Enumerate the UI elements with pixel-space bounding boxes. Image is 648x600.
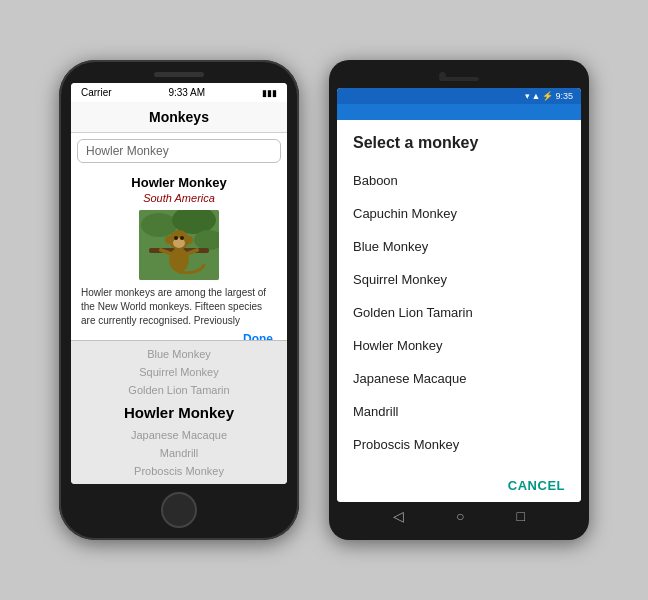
back-icon[interactable]: ◁ bbox=[393, 508, 404, 524]
android-status-bar: ▾ ▲ ⚡ 9:35 bbox=[337, 88, 581, 104]
dialog-list: BaboonCapuchin MonkeyBlue MonkeySquirrel… bbox=[353, 164, 565, 468]
iphone-time: 9:33 AM bbox=[168, 87, 205, 98]
picker-item[interactable]: Golden Lion Tamarin bbox=[71, 381, 287, 399]
svg-point-8 bbox=[174, 236, 178, 240]
android-top-area bbox=[337, 70, 581, 88]
list-item[interactable]: Blue Monkey bbox=[353, 230, 565, 263]
wifi-icon: ▾ bbox=[525, 91, 530, 101]
picker-item[interactable]: Japanese Macaque bbox=[71, 426, 287, 444]
android-camera bbox=[439, 72, 446, 79]
iphone-home-button[interactable] bbox=[161, 492, 197, 528]
list-item[interactable]: Capuchin Monkey bbox=[353, 197, 565, 230]
android-screen: ▾ ▲ ⚡ 9:35 Select a monkey BaboonCapuchi… bbox=[337, 88, 581, 502]
list-item[interactable]: Japanese Macaque bbox=[353, 362, 565, 395]
monkey-name-title: Howler Monkey bbox=[81, 175, 277, 190]
home-icon[interactable]: ○ bbox=[456, 508, 464, 524]
iphone-detail-panel: Howler Monkey South America bbox=[71, 169, 287, 340]
svg-point-11 bbox=[185, 236, 193, 244]
picker-item[interactable]: Proboscis Monkey bbox=[71, 462, 287, 480]
iphone-status-bar: Carrier 9:33 AM ▮▮▮ bbox=[71, 83, 287, 102]
iphone-device: Carrier 9:33 AM ▮▮▮ Monkeys Howler Monke… bbox=[59, 60, 299, 540]
dialog-actions: CANCEL bbox=[353, 468, 565, 502]
svg-point-9 bbox=[180, 236, 184, 240]
android-nav-bar: ◁ ○ □ bbox=[337, 502, 581, 530]
devices-container: Carrier 9:33 AM ▮▮▮ Monkeys Howler Monke… bbox=[39, 40, 609, 560]
list-item[interactable]: Proboscis Monkey bbox=[353, 428, 565, 461]
list-item[interactable]: Squirrel Monkey bbox=[353, 263, 565, 296]
dialog-title: Select a monkey bbox=[353, 134, 565, 152]
picker-item[interactable]: Blue Monkey bbox=[71, 345, 287, 363]
picker-item[interactable]: Howler Monkey bbox=[71, 399, 287, 426]
list-item[interactable]: Howler Monkey bbox=[353, 329, 565, 362]
svg-point-10 bbox=[165, 236, 173, 244]
picker-item[interactable]: Mandrill bbox=[71, 444, 287, 462]
list-item[interactable]: Mandrill bbox=[353, 395, 565, 428]
list-item[interactable]: Golden Lion Tamarin bbox=[353, 296, 565, 329]
cancel-button[interactable]: CANCEL bbox=[508, 472, 565, 499]
iphone-nav-bar: Monkeys bbox=[71, 102, 287, 133]
iphone-content: Howler Monkey Howler Monkey South Americ… bbox=[71, 133, 287, 340]
carrier-label: Carrier bbox=[81, 87, 112, 98]
monkey-illustration bbox=[139, 210, 219, 280]
monkey-description: Howler monkeys are among the largest of … bbox=[81, 286, 277, 328]
android-time: 9:35 bbox=[555, 91, 573, 101]
status-icons: ▾ ▲ ⚡ 9:35 bbox=[525, 91, 573, 101]
iphone-picker[interactable]: Blue MonkeySquirrel MonkeyGolden Lion Ta… bbox=[71, 340, 287, 484]
svg-point-5 bbox=[169, 248, 189, 272]
android-device: ▾ ▲ ⚡ 9:35 Select a monkey BaboonCapuchi… bbox=[329, 60, 589, 540]
recents-icon[interactable]: □ bbox=[517, 508, 525, 524]
signal-icon: ▲ bbox=[532, 91, 541, 101]
monkey-image bbox=[139, 210, 219, 280]
iphone-nav-title: Monkeys bbox=[149, 109, 209, 125]
charge-icon: ⚡ bbox=[542, 91, 553, 101]
monkey-region: South America bbox=[81, 192, 277, 204]
picker-item[interactable]: Squirrel Monkey bbox=[71, 363, 287, 381]
iphone-screen: Carrier 9:33 AM ▮▮▮ Monkeys Howler Monke… bbox=[71, 83, 287, 484]
iphone-speaker bbox=[154, 72, 204, 77]
list-item[interactable]: Baboon bbox=[353, 164, 565, 197]
iphone-search-field[interactable]: Howler Monkey bbox=[77, 139, 281, 163]
done-button[interactable]: Done bbox=[81, 332, 277, 340]
android-dialog: Select a monkey BaboonCapuchin MonkeyBlu… bbox=[337, 120, 581, 502]
android-app-bar bbox=[337, 104, 581, 120]
battery-indicator: ▮▮▮ bbox=[262, 88, 277, 98]
